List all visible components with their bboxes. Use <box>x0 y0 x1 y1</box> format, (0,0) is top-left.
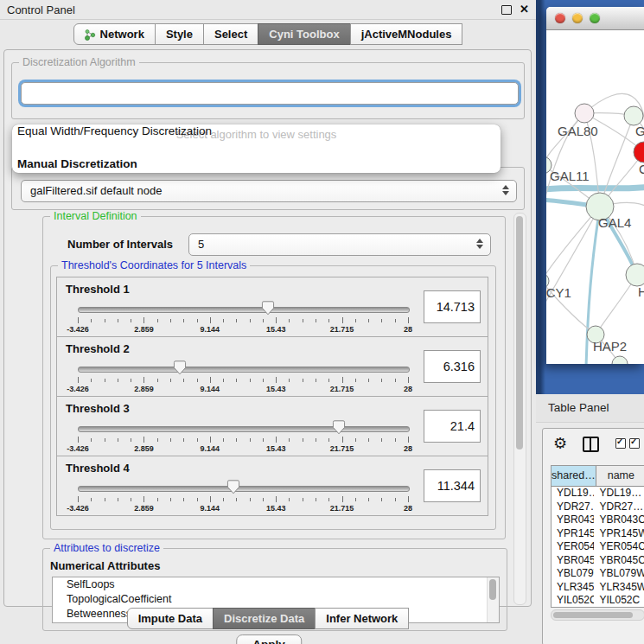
top-tab-label: Select <box>214 28 247 41</box>
table-cell: YBR043C <box>594 513 644 527</box>
table-data-group: Table Data galFiltered.sif default node <box>11 167 525 210</box>
node-table: shared… name YDL19… YDL19… YDR27… YDR27…… <box>551 465 644 608</box>
threshold-label: Threshold 3 <box>66 402 130 415</box>
combo-arrows-icon <box>502 185 509 195</box>
slider-thumb[interactable] <box>174 360 187 375</box>
slider-scale <box>78 317 408 323</box>
slider-thumb[interactable] <box>262 301 275 316</box>
slider-tick-labels: -3.4262.8599.14415.4321.71528 <box>78 504 408 513</box>
table-row[interactable]: YPR145W YPR145W <box>552 527 644 541</box>
table-cell: YPR145W <box>552 527 594 541</box>
network-window-titlebar <box>546 7 644 30</box>
threshold-slider[interactable]: -3.4262.8599.14415.4321.71528 <box>78 419 408 454</box>
network-node[interactable] <box>624 106 643 125</box>
network-node[interactable] <box>626 264 644 286</box>
traffic-light-button[interactable] <box>572 13 583 23</box>
table-row[interactable]: YDL19… YDL19… <box>552 487 644 501</box>
control-panel: Control Panel ✕ Network Style Select Cyn… <box>0 0 536 644</box>
threshold-value-field[interactable]: 14.713 <box>424 290 481 323</box>
attribute-item[interactable]: SelfLoops <box>53 577 499 592</box>
split-columns-icon[interactable] <box>583 437 599 452</box>
table-cell: YDL19… <box>552 487 594 501</box>
top-tab[interactable]: Style <box>155 23 204 45</box>
top-tab[interactable]: jActiveMNodules <box>350 23 463 45</box>
checkbox-icon[interactable]: ✓ <box>615 438 626 449</box>
bottom-tab[interactable]: Discretize Data <box>213 608 316 629</box>
threshold-slider[interactable]: -3.4262.8599.14415.4321.71528 <box>78 300 408 335</box>
thresholds-group-label: Threshold's Coordinates for 5 Intervals <box>58 259 250 271</box>
table-hscrollbar-thumb[interactable] <box>553 612 633 618</box>
table-cell: YBR045C <box>552 554 594 568</box>
threshold-row: Threshold 2 -3.4262.8599.14415.4321.7152… <box>56 336 488 397</box>
bottom-tab[interactable]: Impute Data <box>127 608 214 629</box>
network-node[interactable] <box>612 356 628 364</box>
algorithm-combobox[interactable] <box>21 82 519 105</box>
network-node[interactable] <box>575 104 594 123</box>
panel-scrollbar[interactable] <box>513 213 526 605</box>
bottom-tab-label: Discretize Data <box>224 612 304 625</box>
table-hscrollbar[interactable] <box>551 609 644 621</box>
table-body: YDL19… YDL19… YDR27… YDR27… YBR043C YBR0… <box>552 487 644 608</box>
table-row[interactable]: YBR043C YBR043C <box>552 513 644 527</box>
slider-track <box>78 486 410 492</box>
panel-title: Control Panel <box>7 3 75 16</box>
threshold-value-field[interactable]: 21.4 <box>424 410 481 443</box>
table-row[interactable]: YIL052C YIL052C <box>552 594 644 608</box>
threshold-slider[interactable]: -3.4262.8599.14415.4321.71528 <box>78 479 408 513</box>
interval-definition-group: Interval Definition Number of Intervals … <box>42 216 506 539</box>
checkbox-icon[interactable]: ✓ <box>629 438 640 449</box>
table-row[interactable]: YDR27… YDR27… <box>552 501 644 514</box>
gear-icon[interactable]: ⚙ <box>553 434 567 453</box>
float-window-icon[interactable] <box>501 5 512 15</box>
threshold-list: Threshold 1 -3.4262.8599.14415.4321.7152… <box>56 277 488 516</box>
threshold-value-field[interactable]: 11.344 <box>424 469 481 502</box>
algorithm-option[interactable]: Equal Width/Frequency Discretization <box>17 124 212 137</box>
network-icon <box>85 29 96 41</box>
slider-tick-labels: -3.4262.8599.14415.4321.71528 <box>78 325 408 335</box>
threshold-slider[interactable]: -3.4262.8599.14415.4321.71528 <box>78 360 408 394</box>
apply-button[interactable]: Apply <box>236 634 302 644</box>
top-tab[interactable]: Select <box>203 23 258 45</box>
table-row[interactable]: YBR045C YBR045C <box>552 554 644 568</box>
network-window: GAL80GACGAL11GAL4GCY1HHAP2 <box>546 7 644 364</box>
close-icon[interactable]: ✕ <box>520 3 529 16</box>
attribute-item[interactable]: TopologicalCoefficient <box>53 592 499 607</box>
table-cell: YER054C <box>594 540 644 554</box>
bottom-tab[interactable]: Infer Network <box>315 608 409 629</box>
threshold-value-field[interactable]: 6.316 <box>424 350 481 383</box>
table-row[interactable]: YLR345W YLR345W <box>552 581 644 595</box>
panel-scrollbar-thumb[interactable] <box>516 216 523 450</box>
table-row[interactable]: YBL079W YBL079W <box>552 567 644 581</box>
column-header-shared[interactable]: shared… <box>552 466 596 486</box>
table-row[interactable]: YER054C YER054C <box>552 540 644 554</box>
traffic-light-button[interactable] <box>590 13 600 23</box>
list-scrollbar-thumb[interactable] <box>489 579 496 600</box>
column-header-name[interactable]: name <box>596 466 644 486</box>
bottom-tab-bar: Impute Data Discretize Data Infer Networ… <box>0 608 536 629</box>
top-tab[interactable]: Network <box>73 23 156 45</box>
threshold-row: Threshold 1 -3.4262.8599.14415.4321.7152… <box>56 277 488 337</box>
node-label: GAL80 <box>558 124 598 138</box>
table-data-combobox[interactable]: galFiltered.sif default node <box>21 180 517 202</box>
slider-thumb[interactable] <box>226 480 239 494</box>
network-canvas[interactable]: GAL80GACGAL11GAL4GCY1HHAP2 <box>546 30 644 364</box>
numerical-attributes-label: Numerical Attributes <box>50 559 160 572</box>
interval-group-label: Interval Definition <box>50 210 141 222</box>
threshold-label: Threshold 1 <box>66 283 130 296</box>
slider-thumb[interactable] <box>332 420 345 435</box>
network-edge <box>546 187 644 190</box>
node-label: C <box>639 162 644 176</box>
thresholds-group: Threshold's Coordinates for 5 Intervals … <box>50 265 496 530</box>
bottom-tab-label: Impute Data <box>138 612 202 625</box>
algorithm-option[interactable]: Manual Discretization <box>17 157 137 170</box>
num-intervals-combobox[interactable]: 5 <box>188 233 491 256</box>
slider-track <box>78 307 410 313</box>
num-intervals-value: 5 <box>198 238 204 251</box>
network-edge <box>600 116 634 207</box>
top-tab[interactable]: Cyni Toolbox <box>258 23 350 45</box>
algorithm-dropdown-popup: Select algorithm to view settings Manual… <box>12 124 501 173</box>
table-toolbar: ⚙ ✓ ✓ <box>543 429 644 462</box>
node-label: H <box>638 284 644 299</box>
traffic-light-button[interactable] <box>555 13 565 23</box>
algorithm-group: Discretization Algorithm <box>11 62 525 119</box>
